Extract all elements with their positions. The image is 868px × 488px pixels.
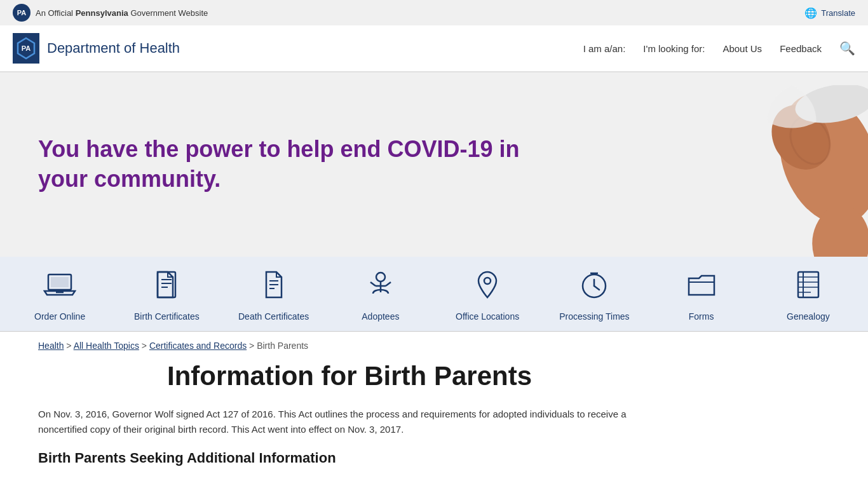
office-locations-label: Office Locations <box>456 311 519 322</box>
birth-cert-icon <box>150 268 183 305</box>
svg-rect-24 <box>798 272 818 297</box>
logo-area[interactable]: PA Department of Health <box>13 33 180 64</box>
header: PA Department of Health I am a/an: I'm l… <box>0 25 868 72</box>
birth-certs-label: Birth Certificates <box>134 311 200 322</box>
search-icon[interactable]: 🔍 <box>839 41 855 56</box>
globe-icon: 🌐 <box>804 7 817 19</box>
official-text: An Official Pennsylvania Government Webs… <box>36 8 208 18</box>
feedback-nav[interactable]: Feedback <box>780 43 822 54</box>
breadcrumb-certs[interactable]: Certificates and Records <box>149 341 247 351</box>
svg-text:PA: PA <box>22 44 31 52</box>
hero-text: You have the power to help end COVID-19 … <box>38 135 534 194</box>
quick-link-death-certs[interactable]: Death Certificates <box>236 268 312 322</box>
book-icon <box>792 268 825 305</box>
laptop-icon <box>43 268 76 305</box>
forms-label: Forms <box>689 311 714 322</box>
quick-link-birth-certs[interactable]: Birth Certificates <box>128 268 205 322</box>
clock-icon <box>578 268 611 305</box>
svg-point-19 <box>484 278 491 284</box>
location-icon <box>471 268 504 305</box>
main-content: Information for Birth Parents On Nov. 3,… <box>0 355 699 485</box>
official-notice: PA An Official Pennsylvania Government W… <box>13 4 208 22</box>
iam-nav[interactable]: I am a/an: <box>583 43 626 54</box>
quick-link-genealogy[interactable]: Genealogy <box>770 268 846 322</box>
svg-point-16 <box>376 273 385 281</box>
top-bar: PA An Official Pennsylvania Government W… <box>0 0 868 25</box>
adoptees-icon <box>364 268 397 305</box>
svg-rect-7 <box>51 277 69 287</box>
death-certs-label: Death Certificates <box>238 311 309 322</box>
dept-name: Department of Health <box>47 40 180 57</box>
arm-illustration <box>703 85 868 257</box>
order-online-label: Order Online <box>34 311 85 322</box>
translate-button[interactable]: 🌐 Translate <box>804 7 855 19</box>
genealogy-label: Genealogy <box>787 311 830 322</box>
quick-links-bar: Order Online Birth Certificates <box>0 257 868 332</box>
pa-seal: PA <box>13 4 31 22</box>
breadcrumb: Health > All Health Topics > Certificate… <box>0 332 868 355</box>
quick-link-office-locations[interactable]: Office Locations <box>449 268 526 322</box>
death-cert-icon <box>257 268 290 305</box>
breadcrumb-all-topics[interactable]: All Health Topics <box>74 341 139 351</box>
quick-link-adoptees[interactable]: Adoptees <box>342 268 419 322</box>
looking-for-nav[interactable]: I'm looking for: <box>643 43 705 54</box>
breadcrumb-health[interactable]: Health <box>38 341 64 351</box>
quick-link-forms[interactable]: Forms <box>663 268 740 322</box>
about-us-nav[interactable]: About Us <box>722 43 762 54</box>
page-title: Information for Birth Parents <box>38 361 661 391</box>
svg-line-22 <box>594 286 599 290</box>
hero-banner: You have the power to help end COVID-19 … <box>0 72 868 257</box>
adoptees-label: Adoptees <box>362 311 399 322</box>
breadcrumb-current: Birth Parents <box>257 341 308 351</box>
header-navigation: I am a/an: I'm looking for: About Us Fee… <box>583 41 855 56</box>
folder-icon <box>685 268 718 305</box>
quick-link-processing-times[interactable]: Processing Times <box>556 268 632 322</box>
intro-paragraph: On Nov. 3, 2016, Governor Wolf signed Ac… <box>38 407 661 437</box>
keystone-icon: PA <box>17 37 36 60</box>
processing-times-label: Processing Times <box>559 311 629 322</box>
section-1-title: Birth Parents Seeking Additional Informa… <box>38 450 661 466</box>
dept-logo-icon: PA <box>13 33 39 64</box>
hero-image <box>690 72 868 257</box>
quick-link-order-online[interactable]: Order Online <box>22 268 98 322</box>
